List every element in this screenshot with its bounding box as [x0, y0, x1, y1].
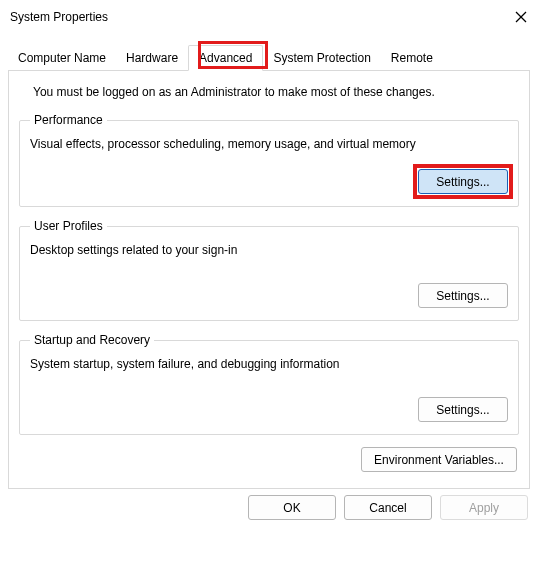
close-button[interactable] [512, 8, 530, 26]
window-title: System Properties [10, 10, 108, 24]
tab-computer-name[interactable]: Computer Name [8, 46, 116, 70]
user-profiles-desc: Desktop settings related to your sign-in [30, 243, 508, 257]
tab-advanced[interactable]: Advanced [188, 45, 263, 71]
startup-recovery-desc: System startup, system failure, and debu… [30, 357, 508, 371]
highlight-performance-settings: Settings... [418, 169, 508, 194]
startup-recovery-group: Startup and Recovery System startup, sys… [19, 333, 519, 435]
apply-button[interactable]: Apply [440, 495, 528, 520]
startup-recovery-settings-button[interactable]: Settings... [418, 397, 508, 422]
performance-legend: Performance [30, 113, 107, 127]
advanced-tab-panel: You must be logged on as an Administrato… [8, 70, 530, 489]
tab-strip: Computer Name Hardware Advanced System P… [8, 44, 530, 70]
environment-variables-button[interactable]: Environment Variables... [361, 447, 517, 472]
dialog-button-row: OK Cancel Apply [0, 495, 528, 520]
titlebar: System Properties [0, 0, 538, 34]
user-profiles-settings-button[interactable]: Settings... [418, 283, 508, 308]
performance-settings-button[interactable]: Settings... [418, 169, 508, 194]
close-icon [514, 10, 528, 24]
startup-recovery-legend: Startup and Recovery [30, 333, 154, 347]
user-profiles-legend: User Profiles [30, 219, 107, 233]
tab-hardware[interactable]: Hardware [116, 46, 188, 70]
ok-button[interactable]: OK [248, 495, 336, 520]
admin-note: You must be logged on as an Administrato… [33, 85, 519, 99]
tab-system-protection[interactable]: System Protection [263, 46, 380, 70]
performance-desc: Visual effects, processor scheduling, me… [30, 137, 508, 151]
tab-remote[interactable]: Remote [381, 46, 443, 70]
user-profiles-group: User Profiles Desktop settings related t… [19, 219, 519, 321]
performance-group: Performance Visual effects, processor sc… [19, 113, 519, 207]
cancel-button[interactable]: Cancel [344, 495, 432, 520]
